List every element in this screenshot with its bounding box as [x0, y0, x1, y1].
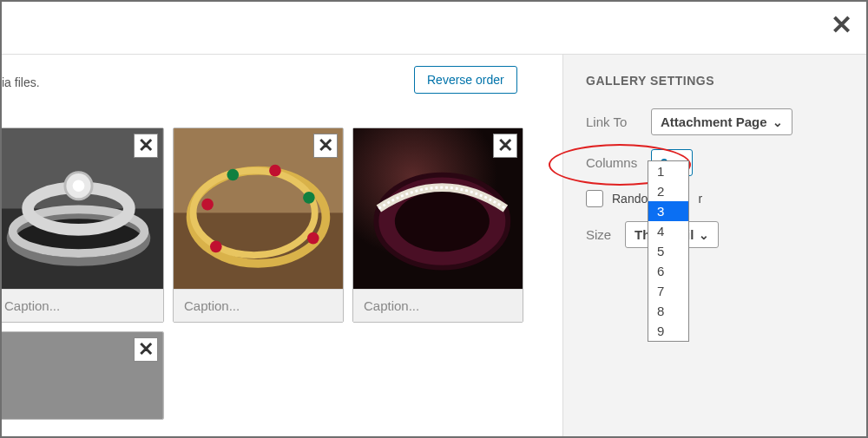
gallery-item[interactable]: ✕: [0, 331, 164, 420]
sidebar-title: GALLERY SETTINGS: [586, 74, 844, 88]
link-to-select[interactable]: Attachment Page ⌄: [651, 108, 792, 135]
link-to-label: Link To: [586, 114, 651, 129]
media-files-text: ia files.: [2, 75, 40, 89]
remove-image-icon[interactable]: ✕: [313, 134, 338, 158]
gallery-thumbnails: ✕ Caption... ✕ Caption...: [0, 127, 549, 420]
remove-image-icon[interactable]: ✕: [134, 134, 158, 158]
gallery-settings-panel: GALLERY SETTINGS Link To Attachment Page…: [562, 55, 866, 436]
columns-option[interactable]: 9: [648, 321, 688, 341]
caption-input[interactable]: Caption...: [353, 289, 523, 322]
svg-point-13: [269, 165, 281, 177]
svg-rect-8: [174, 212, 343, 289]
columns-option[interactable]: 4: [648, 221, 688, 241]
svg-point-15: [307, 232, 319, 245]
remove-image-icon[interactable]: ✕: [134, 337, 158, 362]
columns-option[interactable]: 8: [648, 301, 688, 321]
chevron-down-icon: ⌄: [773, 115, 783, 129]
svg-point-23: [30, 419, 50, 420]
svg-point-20: [395, 191, 490, 252]
columns-option[interactable]: 7: [648, 281, 688, 301]
columns-dropdown-list: 1 2 3 4 5 6 7 8 9: [648, 160, 689, 342]
svg-point-11: [201, 199, 214, 211]
columns-label: Columns: [586, 155, 651, 170]
gallery-item[interactable]: ✕ Caption...: [0, 127, 164, 323]
gallery-item[interactable]: ✕ Caption...: [352, 127, 523, 323]
columns-option[interactable]: 5: [648, 241, 688, 261]
columns-option[interactable]: 6: [648, 261, 688, 281]
reverse-order-button[interactable]: Reverse order: [414, 66, 517, 94]
chevron-down-icon: ⌄: [699, 228, 709, 242]
svg-point-16: [210, 241, 222, 253]
columns-option[interactable]: 2: [648, 181, 688, 201]
size-label: Size: [586, 227, 625, 242]
gallery-item[interactable]: ✕ Caption...: [173, 127, 344, 323]
svg-point-14: [303, 192, 315, 204]
link-to-value: Attachment Page: [661, 114, 767, 129]
svg-point-12: [227, 169, 239, 181]
random-order-checkbox[interactable]: [586, 190, 603, 207]
svg-point-6: [73, 180, 85, 192]
columns-option[interactable]: 3: [648, 201, 688, 221]
remove-image-icon[interactable]: ✕: [493, 134, 517, 158]
columns-option[interactable]: 1: [648, 161, 688, 181]
caption-input[interactable]: Caption...: [0, 289, 163, 322]
close-icon[interactable]: ✕: [831, 12, 852, 38]
caption-input[interactable]: Caption...: [174, 289, 343, 322]
